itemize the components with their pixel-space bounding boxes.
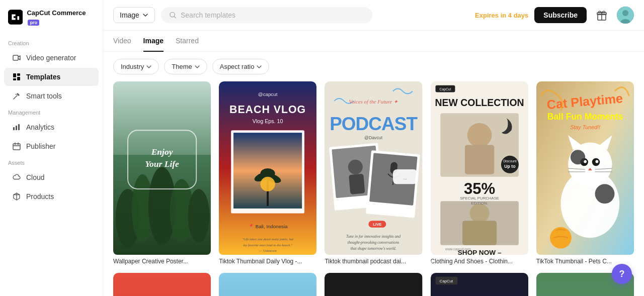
svg-rect-1 xyxy=(13,55,18,60)
template-preview-everything: everything xyxy=(325,273,422,296)
template-thumbnail: CapCut NEW COLLECTION Discount Up to xyxy=(431,81,528,255)
template-card[interactable]: everything xyxy=(325,273,422,296)
template-thumbnail: @capcut BEACH VLOG Vlog Eps. 10 xyxy=(219,81,316,255)
svg-text:my favorite ones lead to the b: my favorite ones lead to the beach." xyxy=(243,243,292,247)
svg-rect-3 xyxy=(17,73,20,76)
svg-text:CapCut: CapCut xyxy=(439,279,453,284)
template-preview-forest: Enjoy Your Life xyxy=(113,81,211,255)
template-card[interactable] xyxy=(219,273,316,296)
tabs-nav: Video Image Starred xyxy=(103,31,644,52)
svg-point-89 xyxy=(595,160,598,163)
sidebar-item-products[interactable]: Products xyxy=(4,187,99,206)
svg-rect-9 xyxy=(13,144,20,150)
svg-text:SPECIAL PURCHASE: SPECIAL PURCHASE xyxy=(460,196,499,201)
template-grid-layout: Enjoy Your Life Wallpaper Creative Poste… xyxy=(113,81,634,296)
gift-icon xyxy=(596,10,607,21)
sidebar-item-publisher[interactable]: Publisher xyxy=(4,137,99,155)
svg-text:Bali, Indonesia: Bali, Indonesia xyxy=(256,224,288,229)
svg-rect-7 xyxy=(16,126,17,130)
svg-rect-66 xyxy=(465,145,494,174)
svg-text:thought-provoking conversation: thought-provoking conversations xyxy=(348,240,399,245)
help-button[interactable]: ? xyxy=(612,264,632,284)
template-preview-cat: Cat Playtime Ball Fun Moments Stay Tuned… xyxy=(536,81,634,255)
tab-video[interactable]: Video xyxy=(113,31,131,52)
template-card[interactable]: CapCut xyxy=(431,273,528,296)
svg-text:Your Life: Your Life xyxy=(145,159,179,169)
filter-theme[interactable]: Theme xyxy=(164,59,207,74)
search-bar[interactable] xyxy=(161,7,372,23)
svg-text:that shape tomorrow's world.: that shape tomorrow's world. xyxy=(351,246,396,251)
filter-aspect-ratio-label: Aspect ratio xyxy=(220,63,255,70)
template-card[interactable]: Enjoy Your Life Wallpaper Creative Poste… xyxy=(113,81,211,265)
svg-rect-5 xyxy=(17,77,20,80)
sidebar-item-templates[interactable]: Templates xyxy=(4,68,99,86)
svg-text:PODCAST: PODCAST xyxy=(330,114,418,134)
template-card[interactable]: @capcut BEACH VLOG Vlog Eps. 10 xyxy=(219,81,316,265)
template-thumbnail: Voices of the Future ✦ PODCAST @Davcut xyxy=(325,81,422,255)
svg-point-14 xyxy=(622,10,628,16)
template-thumbnail: Cat Playtime Ball Fun Moments Stay Tuned… xyxy=(536,81,634,255)
template-preview-clothing: CapCut NEW COLLECTION Discount Up to xyxy=(431,81,528,255)
search-input[interactable] xyxy=(181,11,364,19)
template-card[interactable]: Voices of the Future ✦ PODCAST @Davcut xyxy=(325,81,422,265)
svg-text:Voices of the Future ✦: Voices of the Future ✦ xyxy=(349,98,398,105)
svg-text:EDITION.: EDITION. xyxy=(471,201,488,206)
svg-text:NEW COLLECTION: NEW COLLECTION xyxy=(435,97,524,108)
video-icon xyxy=(12,53,21,62)
svg-rect-0 xyxy=(8,10,23,24)
sidebar-item-label: Templates xyxy=(26,73,60,81)
template-thumbnail: CAT NAPS ★ ★ ★ xyxy=(113,273,211,296)
chevron-down-icon xyxy=(146,64,151,69)
user-avatar[interactable] xyxy=(617,7,634,24)
svg-rect-2 xyxy=(13,73,16,77)
main-content: Image Expires in 4 days Subscribe xyxy=(103,0,644,296)
svg-text:CapCut: CapCut xyxy=(439,87,451,91)
sidebar-item-cloud[interactable]: Cloud xyxy=(4,168,99,186)
gift-icon-button[interactable] xyxy=(593,6,611,24)
svg-text:Vlog Eps. 10: Vlog Eps. 10 xyxy=(253,118,283,124)
sidebar-item-analytics[interactable]: Analytics xyxy=(4,118,99,136)
svg-rect-4 xyxy=(13,78,16,80)
svg-text:@Davcut: @Davcut xyxy=(364,135,383,140)
wand-icon xyxy=(12,91,21,101)
section-label-creation: Creation xyxy=(0,36,103,48)
type-dropdown[interactable]: Image xyxy=(113,7,155,23)
sidebar-item-label: Video generator xyxy=(26,54,76,62)
svg-text:LIVE: LIVE xyxy=(373,222,382,227)
box-icon xyxy=(12,192,21,201)
svg-text:@capcut: @capcut xyxy=(258,91,278,97)
sidebar-item-smart-tools[interactable]: Smart tools xyxy=(4,87,99,105)
svg-point-96 xyxy=(595,184,614,204)
filter-theme-label: Theme xyxy=(172,63,192,70)
tab-image[interactable]: Image xyxy=(143,31,164,52)
capcut-logo-icon xyxy=(8,9,23,25)
subscribe-button[interactable]: Subscribe xyxy=(534,7,587,23)
svg-rect-73 xyxy=(462,221,497,245)
pro-badge: pro xyxy=(28,20,39,26)
svg-point-34 xyxy=(261,168,275,178)
template-thumbnail: Enjoy Your Life xyxy=(113,81,211,255)
svg-point-72 xyxy=(469,204,489,223)
avatar-image xyxy=(617,7,634,24)
filters-bar: Industry Theme Aspect ratio xyxy=(103,52,644,81)
filter-industry[interactable]: Industry xyxy=(113,59,159,74)
sidebar-item-label: Products xyxy=(26,192,54,201)
template-title: Wallpaper Creative Poster... xyxy=(113,258,211,265)
svg-point-83 xyxy=(568,143,612,187)
filter-aspect-ratio[interactable]: Aspect ratio xyxy=(212,59,270,74)
svg-rect-48 xyxy=(349,174,365,194)
template-card[interactable]: Cat Playtime Ball Fun Moments Stay Tuned… xyxy=(536,81,634,265)
template-card[interactable]: CapCut NEW COLLECTION Discount Up to xyxy=(431,81,528,265)
svg-text:SHOP NOW –: SHOP NOW – xyxy=(457,249,501,255)
template-card[interactable]: CAT NAPS ★ ★ ★ Cat Naps xyxy=(113,273,211,296)
template-thumbnail: CapCut xyxy=(431,273,528,296)
tab-starred[interactable]: Starred xyxy=(176,31,199,52)
svg-text:"Life takes you down many path: "Life takes you down many paths, but xyxy=(242,237,294,241)
filter-industry-label: Industry xyxy=(121,63,144,70)
cloud-icon xyxy=(12,173,21,182)
svg-point-21 xyxy=(188,189,210,243)
template-title: Tiktok thumbnail podcast dai... xyxy=(325,258,422,265)
svg-rect-6 xyxy=(13,127,15,130)
sidebar-item-video-generator[interactable]: Video generator xyxy=(4,49,99,67)
templates-grid: Enjoy Your Life Wallpaper Creative Poste… xyxy=(103,81,644,296)
